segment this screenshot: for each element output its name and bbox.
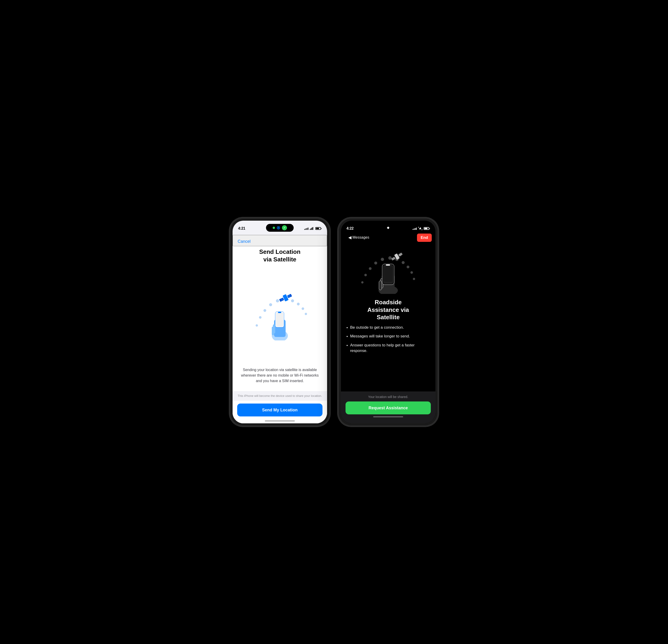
svg-point-12: [297, 303, 300, 305]
svg-point-7: [263, 309, 266, 312]
location-shared-text: Your location will be shared.: [346, 395, 431, 399]
signal-bar-d1: [413, 229, 413, 230]
bullet-text-3: Answer questions to help get a faster re…: [350, 343, 430, 354]
bottom-action-dark: Your location will be shared. Request As…: [341, 392, 436, 423]
iphone-dark: 4:22: [339, 218, 438, 426]
svg-point-33: [361, 281, 364, 284]
svg-rect-28: [278, 312, 281, 313]
bullet-item-1: • Be outside to get a connection.: [347, 325, 430, 331]
di-green-dot: [273, 227, 275, 229]
bullet-dot-1: •: [347, 325, 348, 331]
back-arrow-icon: ◀: [348, 235, 351, 240]
bullet-list: • Be outside to get a connection. • Mess…: [347, 325, 430, 358]
bullet-text-1: Be outside to get a connection.: [350, 325, 404, 330]
status-time-dark: 4:22: [347, 226, 353, 231]
divider-section: This iPhone will become the device used …: [232, 391, 327, 401]
status-icons-light: [304, 227, 321, 230]
battery-icon-light: [315, 227, 321, 230]
bullet-dot-3: •: [347, 343, 348, 348]
main-card: Cancel Send Location via Satellite: [232, 235, 327, 391]
battery-icon-dark: [424, 227, 430, 230]
svg-point-9: [276, 299, 279, 302]
end-button[interactable]: End: [417, 234, 432, 242]
svg-point-43: [413, 278, 415, 280]
svg-point-6: [259, 316, 262, 318]
bullet-item-3: • Answer questions to help get a faster …: [347, 343, 430, 354]
svg-rect-32: [421, 229, 422, 230]
dynamic-island-light: ✓: [266, 224, 294, 232]
svg-point-11: [291, 299, 294, 302]
svg-point-41: [407, 266, 409, 268]
cancel-button[interactable]: Cancel: [232, 235, 327, 246]
card-title-text: Send Location via Satellite: [259, 248, 300, 263]
iphone-light-screen: ✓ 4:21: [232, 221, 327, 423]
svg-rect-1: [310, 229, 310, 230]
signal-bar-4: [308, 227, 308, 230]
svg-rect-58: [386, 264, 390, 266]
satellite-illustration-light: [232, 263, 327, 367]
svg-rect-30: [419, 227, 421, 230]
home-indicator-light: [265, 420, 295, 422]
svg-rect-27: [276, 312, 283, 327]
bullet-dot-2: •: [347, 334, 348, 339]
signal-bar-3: [307, 228, 307, 230]
secondary-text: This iPhone will become the device used …: [237, 394, 322, 398]
di-blue-icon: [277, 226, 280, 230]
svg-point-8: [269, 303, 272, 306]
svg-rect-16: [279, 298, 284, 302]
bullet-item-2: • Messages will take longer to send.: [347, 333, 430, 339]
svg-point-38: [389, 256, 392, 260]
svg-rect-54: [379, 281, 382, 290]
svg-point-42: [411, 271, 413, 274]
content-area-dark: Roadside Assistance via Satellite • Be o…: [341, 243, 436, 423]
di-check-icon: ✓: [282, 225, 287, 230]
status-time-light: 4:21: [238, 226, 245, 231]
wifi-icon-light: [310, 227, 314, 230]
back-label[interactable]: Messages: [352, 235, 369, 239]
svg-rect-3: [312, 227, 312, 230]
signal-bar-d3: [415, 228, 415, 230]
dark-main: Roadside Assistance via Satellite • Be o…: [341, 243, 436, 392]
description-text: Sending your location via satellite is a…: [232, 367, 327, 388]
satellite-status-icon: [418, 227, 422, 230]
satellite-di-icon: [386, 226, 390, 230]
dynamic-island-dark: [374, 224, 402, 232]
svg-point-13: [302, 307, 304, 310]
status-icons-dark: [413, 227, 430, 230]
signal-bar-2: [305, 229, 306, 230]
request-assistance-button[interactable]: Request Assistance: [346, 402, 431, 414]
content-area-light: Cancel Send Location via Satellite: [232, 233, 327, 423]
satellite-svg-light: [250, 290, 310, 341]
iphone-dark-screen: 4:22: [341, 221, 436, 423]
phones-container: ✓ 4:21: [230, 218, 438, 426]
svg-point-34: [364, 274, 367, 277]
signal-bars-light: [304, 227, 308, 230]
signal-bar-1: [304, 229, 305, 230]
send-location-button[interactable]: Send My Location: [237, 404, 322, 417]
bullet-text-2: Messages will take longer to send.: [350, 333, 410, 339]
signal-bar-d4: [416, 227, 417, 230]
signal-bar-d2: [414, 229, 414, 230]
svg-rect-4: [313, 227, 313, 230]
card-title: Send Location via Satellite: [232, 246, 327, 263]
svg-point-36: [374, 262, 377, 265]
svg-rect-57: [384, 266, 392, 282]
svg-point-37: [381, 258, 384, 261]
svg-rect-31: [418, 227, 419, 228]
iphone-light: ✓ 4:21: [230, 218, 329, 426]
dark-title: Roadside Assistance via Satellite: [347, 296, 430, 325]
svg-point-0: [278, 227, 279, 229]
svg-point-35: [369, 267, 371, 270]
svg-point-40: [402, 261, 405, 264]
svg-point-5: [256, 324, 258, 327]
home-indicator-dark: [373, 416, 403, 417]
signal-bars-dark: [413, 227, 417, 230]
svg-rect-29: [387, 226, 389, 229]
svg-rect-2: [311, 228, 312, 230]
svg-point-14: [305, 313, 307, 315]
svg-rect-25: [272, 327, 274, 335]
satellite-svg-dark: [356, 248, 421, 294]
satellite-illustration-dark: [347, 243, 430, 296]
